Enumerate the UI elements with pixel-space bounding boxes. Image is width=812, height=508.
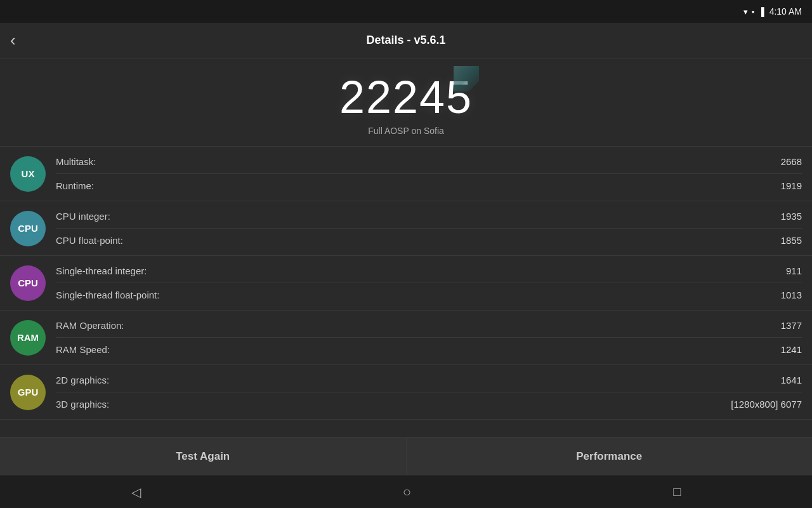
score-section: 22245 Full AOSP on Sofia (0, 58, 812, 146)
table-row: Multitask: 2668 (56, 150, 802, 173)
score-decoration (454, 66, 479, 91)
ux-icon: UX (10, 156, 46, 192)
ram-speed-value: 1241 (781, 344, 802, 355)
cpu2-icon: CPU (10, 265, 46, 301)
score-subtitle: Full AOSP on Sofia (368, 126, 444, 136)
single-float-label: Single-thread float-point: (56, 290, 159, 300)
nav-home-icon[interactable]: ○ (388, 479, 426, 505)
nav-recents-icon[interactable]: □ (658, 479, 696, 504)
ux-rows: Multitask: 2668 Runtime: 1919 (56, 150, 802, 197)
ram-op-label: RAM Operation: (56, 320, 124, 331)
table-row: CPU float-point: 1855 (56, 229, 802, 252)
ram-speed-label: RAM Speed: (56, 344, 110, 355)
cpu1-section: CPU CPU integer: 1935 CPU float-point: 1… (0, 201, 812, 256)
graphics-3d-label: 3D graphics: (56, 399, 109, 410)
multitask-value: 2668 (781, 156, 802, 167)
header: ‹ Details - v5.6.1 (0, 23, 812, 58)
performance-button[interactable]: Performance (407, 438, 813, 475)
table-row: 3D graphics: [812x508] 6077 (56, 392, 802, 416)
cpu-float-value: 1855 (781, 235, 802, 246)
status-time: 4:10 AM (769, 6, 802, 17)
table-row: CPU integer: 1935 (56, 204, 802, 228)
status-bar: ▾ ▪ ▐ 4:10 AM (0, 0, 812, 23)
ram-section: RAM RAM Operation: 1377 RAM Speed: 1241 (0, 311, 812, 365)
table-row: RAM Operation: 1377 (56, 314, 802, 337)
back-icon: ‹ (10, 30, 16, 50)
nav-bar: ◁ ○ □ (0, 475, 812, 508)
battery-icon: ▐ (758, 7, 764, 17)
single-int-label: Single-thread integer: (56, 265, 147, 276)
cpu2-rows: Single-thread integer: 911 Single-thread… (56, 259, 802, 307)
app-container: ▾ ▪ ▐ 4:10 AM ‹ Details - v5.6.1 22245 F… (0, 0, 812, 508)
graphics-3d-value: [812x508] 6077 (731, 399, 802, 410)
table-row: Runtime: 1919 (56, 174, 802, 197)
single-int-value: 911 (786, 265, 802, 276)
cpu2-section: CPU Single-thread integer: 911 Single-th… (0, 256, 812, 311)
runtime-value: 1919 (781, 180, 802, 191)
ram-op-value: 1377 (781, 320, 802, 331)
gpu-section: GPU 2D graphics: 1641 3D graphics: [1280… (0, 365, 812, 420)
cpu1-icon: CPU (10, 211, 46, 246)
score-container: 22245 (339, 71, 473, 123)
gpu-rows: 2D graphics: 1641 3D graphics: [812x508… (56, 368, 802, 416)
wifi-icon: ▾ (743, 7, 748, 17)
single-float-value: 1013 (781, 290, 802, 300)
gpu-icon: GPU (10, 375, 46, 410)
bottom-buttons: Test Again Performance (0, 437, 812, 475)
cpu-integer-value: 1935 (781, 211, 802, 222)
table-row: 2D graphics: 1641 (56, 368, 802, 392)
signal-icon: ▪ (752, 7, 755, 17)
multitask-label: Multitask: (56, 156, 96, 167)
cpu-float-label: CPU float-point: (56, 235, 123, 246)
graphics-2d-label: 2D graphics: (56, 375, 109, 385)
main-content: 22245 Full AOSP on Sofia UX Multitask: 2… (0, 58, 812, 475)
score-number: 22245 (339, 72, 473, 123)
test-again-button[interactable]: Test Again (0, 438, 407, 475)
cpu1-rows: CPU integer: 1935 CPU float-point: 1855 (56, 204, 802, 252)
status-icons: ▾ ▪ ▐ (743, 7, 764, 17)
benchmark-content: UX Multitask: 2668 Runtime: 1919 (0, 147, 812, 437)
ram-icon: RAM (10, 320, 46, 356)
ram-rows: RAM Operation: 1377 RAM Speed: 1241 (56, 314, 802, 361)
back-button[interactable]: ‹ (10, 30, 16, 50)
table-row: Single-thread integer: 911 (56, 259, 802, 283)
nav-back-icon[interactable]: ◁ (116, 479, 156, 505)
table-row: RAM Speed: 1241 (56, 338, 802, 361)
graphics-2d-value: 1641 (781, 375, 802, 385)
runtime-label: Runtime: (56, 180, 94, 191)
cpu-integer-label: CPU integer: (56, 211, 110, 222)
table-row: Single-thread float-point: 1013 (56, 283, 802, 307)
ux-section: UX Multitask: 2668 Runtime: 1919 (0, 147, 812, 201)
header-title: Details - v5.6.1 (366, 34, 445, 47)
